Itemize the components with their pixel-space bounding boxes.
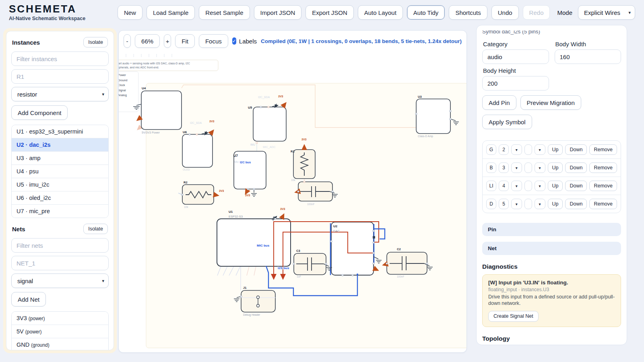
component-u7[interactable] [234,151,266,189]
pin-down-button[interactable]: Down [565,181,587,191]
body-width-input[interactable] [555,49,621,64]
new-button[interactable]: New [118,5,142,20]
component-u3[interactable] [416,99,450,134]
pin-kind-select[interactable]: ▾ [535,162,545,173]
body-height-input[interactable] [482,76,549,90]
filter-nets-input[interactable] [11,238,109,253]
load-sample-button[interactable]: Load Sample [147,5,195,20]
pin-name-input[interactable] [486,162,496,173]
component-type-select[interactable]: resistor ▾ [11,87,109,101]
pin-remove-button[interactable]: Remove [589,181,617,191]
component-u6[interactable] [182,134,213,167]
component-u5[interactable] [253,107,286,141]
pin-down-button[interactable]: Down [565,162,587,173]
instance-item-u5[interactable]: U5 · imu_i2c [12,178,108,191]
pin-number-input[interactable] [499,144,509,155]
legend-analog: Analog [119,94,127,97]
inspector-panel: Symbol dac_i2s (5 pins) Category Body Wi… [476,25,627,345]
pin-number-input[interactable] [499,181,509,191]
pin-number-input[interactable] [499,162,509,173]
auto-layout-button[interactable]: Auto Layout [358,5,403,20]
pin-side-select[interactable]: ▾ [511,162,522,173]
pin-name-input[interactable] [486,199,496,209]
preview-migration-button[interactable]: Preview Migration [520,95,581,110]
mode-select[interactable]: Explicit Wires ▾ [578,5,635,20]
import-json-button[interactable]: Import JSON [254,5,302,20]
undo-button[interactable]: Undo [491,5,519,20]
filter-instances-input[interactable] [11,51,109,66]
chevron-down-icon: ▾ [539,202,541,206]
warning-title: [W] Input pin 'U3.IN' is floating. [488,280,615,286]
net-item-5v[interactable]: 5V (power) [12,325,108,338]
net-item-gnd[interactable]: GND (ground) [12,338,108,350]
create-signal-net-button[interactable]: Create Signal Net [488,311,539,322]
pin-remove-button[interactable]: Remove [589,162,617,173]
ref-c2: C2 [397,247,401,251]
instance-item-u4[interactable]: U4 · psu [12,165,108,178]
instances-isolate-button[interactable]: Isolate [83,37,108,47]
pin-number-input[interactable] [499,199,509,209]
add-net-button[interactable]: Add Net [11,292,46,306]
instance-item-u7[interactable]: U7 · mic_pre [12,204,108,218]
pin-side-select[interactable]: ▾ [511,181,522,191]
pin-row-d: ▾ ▾ Up Down Remove [483,195,621,213]
apply-symbol-button[interactable]: Apply Symbol [482,115,532,129]
pin-kind-select[interactable]: ▾ [535,199,545,209]
new-component-ref-input[interactable] [11,69,109,84]
pin-up-button[interactable]: Up [548,144,563,155]
pin-editor-list: ▾ ▾ Up Down Remove ▾ ▾ Up Down Remove ▾ … [482,140,621,213]
pin-down-button[interactable]: Down [565,144,587,155]
component-u1[interactable] [217,219,291,266]
pin-net-input[interactable] [524,162,532,173]
reset-sample-button[interactable]: Reset Sample [199,5,250,20]
pin-net-input[interactable] [524,144,532,155]
shortcuts-button[interactable]: Shortcuts [449,5,487,20]
focus-button[interactable]: Focus [199,34,228,48]
category-input[interactable] [482,49,549,64]
pin-up-button[interactable]: Up [548,199,563,209]
net-section-bar[interactable]: Net [482,242,621,255]
add-pin-button[interactable]: Add Pin [482,95,516,110]
instance-item-u3[interactable]: U3 · amp [12,151,108,165]
sub-j1: Debug Header [243,313,260,317]
pin-remove-button[interactable]: Remove [589,199,617,209]
instance-item-u1[interactable]: U1 · esp32_s3_supermini [12,125,108,138]
redo-button[interactable]: Redo [523,5,550,20]
pin-down-button[interactable]: Down [565,199,587,209]
zoom-out-button[interactable]: - [124,34,131,48]
component-u4[interactable] [141,91,182,130]
fit-button[interactable]: Fit [175,34,195,48]
zoom-level-button[interactable]: 66% [135,34,160,48]
pin-name-input[interactable] [486,181,496,191]
net-item-3v3[interactable]: 3V3 (power) [12,312,108,325]
schematic-canvas[interactable]: art audio + sensing node with I2S DAC, c… [119,49,466,353]
pin-up-button[interactable]: Up [548,181,563,191]
value-c2: 100nF [397,275,404,278]
pin-kind-select[interactable]: ▾ [535,181,545,191]
instance-item-u6[interactable]: U6 · oled_i2c [12,191,108,204]
net-type-value: signal [17,278,33,284]
pin-section-bar[interactable]: Pin [482,223,621,236]
app-header: SCHEMETA AI-Native Schematic Workspace N… [0,0,644,25]
component-type-value: resistor [17,91,37,98]
export-json-button[interactable]: Export JSON [305,5,354,20]
diagnostic-warning-card: [W] Input pin 'U3.IN' is floating. float… [482,274,621,327]
pin-up-button[interactable]: Up [548,162,563,173]
pin-name-input[interactable] [486,144,496,155]
nets-isolate-button[interactable]: Isolate [83,224,108,234]
pin-side-select[interactable]: ▾ [511,199,522,209]
pin-kind-select[interactable]: ▾ [535,144,545,155]
legend-ground: Ground [119,79,127,82]
pin-net-input[interactable] [524,181,532,191]
mode-label: Mode [557,9,572,16]
auto-tidy-button[interactable]: Auto Tidy [407,5,445,20]
new-net-name-input[interactable] [11,256,109,270]
net-type-select[interactable]: signal ▾ [11,274,109,288]
pin-side-select[interactable]: ▾ [511,144,522,155]
add-component-button[interactable]: Add Component [11,105,68,120]
pin-net-input[interactable] [524,199,532,209]
labels-checkbox[interactable]: ✓ [232,37,236,45]
instance-item-u2[interactable]: U2 · dac_i2s [12,138,108,151]
pin-remove-button[interactable]: Remove [589,144,617,155]
zoom-in-button[interactable]: + [164,34,171,48]
